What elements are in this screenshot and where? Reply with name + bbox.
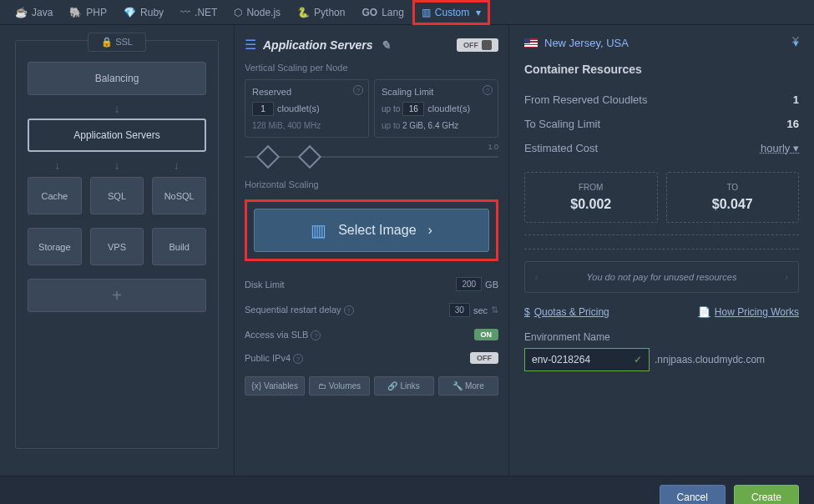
build-tile[interactable]: Build [152,228,206,265]
domain-suffix: .nnjpaas.cloudmydc.com [655,354,765,365]
storage-tile[interactable]: Storage [28,228,82,265]
resources-title: Container Resources [524,63,799,76]
app-servers-tile[interactable]: Application Servers [28,118,206,152]
quotas-link[interactable]: $Quotas & Pricing [524,306,609,318]
price-to-box: TO$0.047 [666,172,800,223]
help-icon[interactable]: ? [293,354,303,364]
ruby-icon: 💎 [124,7,136,18]
vps-tile[interactable]: VPS [90,228,144,265]
java-icon: ☕ [15,7,28,18]
chevron-left-icon[interactable]: ‹ [535,272,538,282]
limit-box: Scaling Limit ? up to cloudlet(s) up to … [374,79,498,138]
usage-bar [524,234,799,249]
disk-limit-input[interactable]: 200 [456,277,482,291]
links-button[interactable]: 🔗Links [374,376,434,396]
tab-net[interactable]: 〰.NET [172,0,225,25]
language-tabs: ☕Java 🐘PHP 💎Ruby 〰.NET ⬡Node.js 🐍Python … [0,0,814,25]
tab-java[interactable]: ☕Java [7,0,61,25]
add-node-button[interactable]: + [28,279,206,312]
chevron-down-icon: ▾ [476,7,481,18]
menu-icon[interactable]: ☰ [245,37,256,53]
doc-icon: 📄 [698,306,710,318]
more-button[interactable]: 🔧More [438,376,498,396]
net-icon: 〰 [180,7,190,18]
stepper-icon[interactable]: ⇅ [491,305,498,315]
slb-toggle[interactable]: ON [474,329,499,340]
ssl-badge[interactable]: 🔒 SSL [88,33,146,52]
to-limit-value: 16 [787,118,799,130]
custom-icon: ▥ [422,7,431,18]
check-icon: ✓ [634,354,642,365]
container-icon: ▥ [311,220,326,240]
estimated-cost-label: Estimated Cost [524,142,598,154]
from-reserved-value: 1 [793,93,799,106]
ipv4-toggle[interactable]: OFF [470,352,498,364]
tab-custom[interactable]: ▥Custom▾ [412,0,490,25]
footer-bar: Cancel Create [0,476,814,504]
resources-panel: ✕ New Jersey, USA ▾ Container Resources … [509,25,814,476]
python-icon: 🐍 [297,7,310,18]
variables-icon: {x} [251,381,261,391]
flag-icon [524,38,538,48]
reserved-box: Reserved ? cloudlet(s) 128 MiB, 400 MHz [245,79,369,138]
sql-tile[interactable]: SQL [90,177,144,214]
env-name-label: Environment Name [524,331,799,343]
help-icon[interactable]: ? [311,330,321,340]
config-panel: ☰ Application Servers ✎ OFF Vertical Sca… [234,25,509,476]
chevron-right-icon[interactable]: › [785,272,788,282]
no-pay-notice: ‹ You do not pay for unused resources › [524,261,799,293]
to-limit-label: To Scaling Limit [524,118,600,130]
help-icon[interactable]: ? [483,85,493,95]
tab-go[interactable]: GOLang [353,0,412,25]
how-pricing-link[interactable]: 📄How Pricing Works [698,306,799,318]
php-icon: 🐘 [69,7,82,18]
edit-icon[interactable]: ✎ [381,38,391,52]
ipv4-label: Public IPv4? [245,353,303,364]
help-icon[interactable]: ? [353,85,363,95]
variables-button[interactable]: {x}Variables [245,376,305,396]
cancel-button[interactable]: Cancel [660,485,726,504]
limit-input[interactable] [402,102,424,116]
close-icon[interactable]: ✕ [791,33,801,47]
node-icon: ⬡ [234,7,242,18]
cloudlet-slider[interactable]: 1.0 [245,146,498,168]
arrow-down-icon: ↓ [28,102,206,115]
tab-php[interactable]: 🐘PHP [61,0,115,25]
nosql-tile[interactable]: NoSQL [152,177,206,214]
reserved-input[interactable] [252,102,274,116]
price-from-box: FROM$0.002 [524,172,658,223]
create-button[interactable]: Create [734,485,799,504]
select-image-button[interactable]: ▥ Select Image › [254,209,489,252]
volumes-icon: 🗀 [318,381,326,391]
disk-limit-label: Disk Limit [245,280,285,290]
config-title: Application Servers ✎ [263,38,457,52]
chevron-right-icon: › [428,223,432,238]
from-reserved-label: From Reserved Cloudlets [524,93,647,106]
wrench-icon: 🔧 [453,381,463,391]
region-selector[interactable]: New Jersey, USA ▾ [524,37,799,49]
cost-unit-selector[interactable]: hourly ▾ [761,142,799,154]
go-icon: GO [361,7,377,18]
dollar-icon: $ [524,306,530,318]
slb-label: Access via SLB? [245,330,321,340]
arrows-row: ↓↓↓ [28,159,206,172]
tab-ruby[interactable]: 💎Ruby [115,0,172,25]
env-name-input[interactable]: env-0218264✓ [524,348,650,371]
vertical-scaling-label: Vertical Scaling per Node [245,63,498,73]
restart-delay-input[interactable]: 30 [449,303,470,317]
help-icon[interactable]: ? [344,305,354,315]
lock-icon: 🔒 [101,37,113,47]
tab-node[interactable]: ⬡Node.js [225,0,289,25]
link-icon: 🔗 [387,381,397,391]
restart-delay-label: Sequential restart delay? [245,305,354,315]
tab-python[interactable]: 🐍Python [289,0,353,25]
volumes-button[interactable]: 🗀Volumes [309,376,369,396]
topology-panel: 🔒 SSL Balancing ↓ Application Servers ↓↓… [0,25,234,476]
node-toggle[interactable]: OFF [457,38,498,52]
horizontal-scaling-label: Horizontal Scaling [245,179,498,189]
cache-tile[interactable]: Cache [28,177,82,214]
balancing-tile[interactable]: Balancing [28,62,206,95]
